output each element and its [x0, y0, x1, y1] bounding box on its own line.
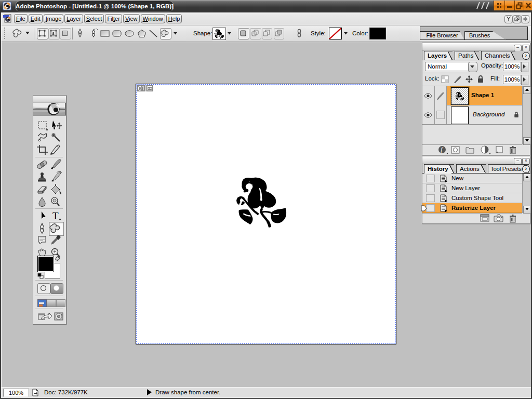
- svg-text:T: T: [52, 210, 59, 221]
